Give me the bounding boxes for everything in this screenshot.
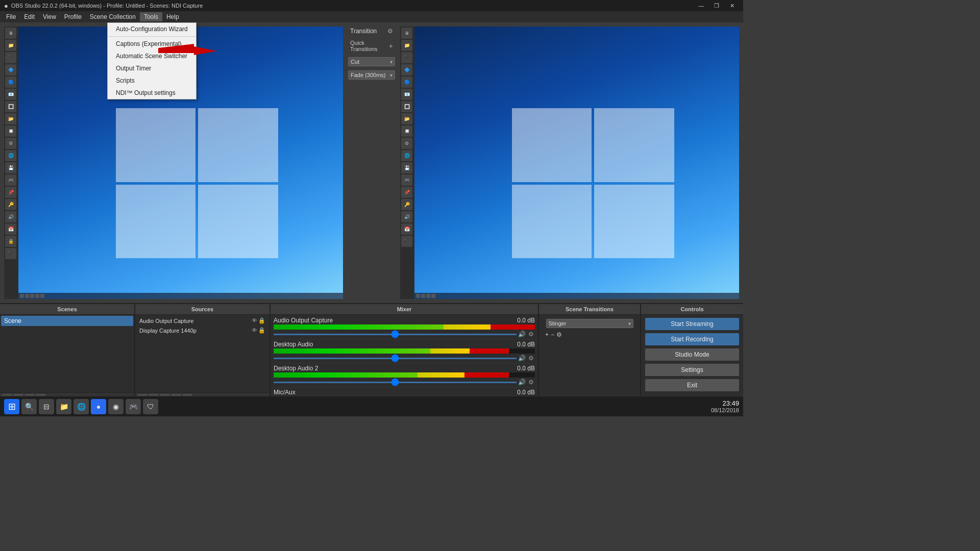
mixer-content: Audio Output Capture 0.0 dB: [271, 315, 538, 405]
mixer-ch0-bar: [274, 324, 535, 330]
minimize-button[interactable]: —: [694, 0, 708, 11]
win-explorer-button[interactable]: 📁: [56, 399, 71, 414]
mixer-ch2-mute-icon[interactable]: 🔊: [518, 378, 526, 386]
menu-scene-collection[interactable]: Scene Collection: [86, 12, 140, 21]
dropdown-auto-scene[interactable]: Automatic Scene Switcher: [108, 50, 196, 62]
mixer-ch0-header: Audio Output Capture 0.0 dB: [274, 317, 535, 324]
ri-4: 🔷: [401, 64, 412, 76]
ri-7: 🔳: [401, 101, 412, 112]
titlebar-controls: — ❐ ✕: [694, 0, 739, 11]
source-eye2-icon[interactable]: 👁: [252, 327, 257, 334]
scene-trans-add-button[interactable]: +: [545, 331, 549, 338]
li-19: ⬛: [5, 248, 16, 259]
menu-profile[interactable]: Profile: [60, 12, 86, 21]
win-icon5[interactable]: 🎮: [126, 399, 141, 414]
li-5: 🔵: [5, 77, 16, 88]
stinger-dropdown[interactable]: Stinger ▾: [546, 319, 633, 328]
mixer-ch3-name: Mic/Aux: [274, 389, 296, 396]
mixer-ch1-green: [274, 348, 430, 354]
controls-content: Start Streaming Start Recording Studio M…: [641, 315, 743, 405]
restore-button[interactable]: ❐: [709, 0, 724, 11]
r-tb-icon-3: [426, 294, 430, 298]
win-taskbar-clock[interactable]: 23:49 08/12/2018: [711, 399, 739, 413]
source-display-label: Display Capture 1440p: [139, 328, 197, 334]
win-icon4[interactable]: ◉: [108, 399, 124, 414]
tb-icon-1: [20, 294, 24, 298]
menu-tools[interactable]: Tools: [140, 12, 162, 21]
mixer-ch1-slider[interactable]: [274, 358, 517, 359]
source-item-display[interactable]: Display Capture 1440p 👁 🔒: [136, 325, 268, 335]
menu-view[interactable]: View: [39, 12, 60, 21]
mixer-ch1-gear-icon[interactable]: ⚙: [527, 354, 535, 362]
mixer-ch1-mute-icon[interactable]: 🔊: [518, 354, 526, 362]
studio-mode-button[interactable]: Studio Mode: [645, 348, 739, 361]
start-streaming-button[interactable]: Start Streaming: [645, 318, 739, 330]
transition-gear-button[interactable]: ⚙: [387, 28, 393, 35]
close-button[interactable]: ✕: [725, 0, 739, 11]
scene-item-scene[interactable]: Scene: [1, 316, 133, 326]
mixer-ch0-controls: 🔊 ⚙: [274, 330, 535, 338]
li-8: 📂: [5, 113, 16, 124]
menu-help[interactable]: Help: [162, 12, 183, 21]
win-search-button[interactable]: 🔍: [21, 399, 37, 414]
menu-file[interactable]: File: [2, 12, 20, 21]
source-lock-icon[interactable]: 🔒: [258, 317, 265, 324]
mixer-ch1-db: 0.0 dB: [517, 341, 535, 348]
mixer-ch0-slider[interactable]: [274, 334, 517, 335]
win-pane-tr: [198, 108, 278, 182]
transition-panel: Transition ⚙ Quick Transitions + Cut ▾ F…: [346, 24, 397, 301]
dropdown-scripts[interactable]: Scripts: [108, 74, 196, 87]
li-13: 🎮: [5, 174, 16, 186]
win-chrome-button[interactable]: 🌐: [74, 399, 89, 414]
mixer-ch2-bar: [274, 372, 535, 378]
right-desktop-view: [414, 27, 739, 299]
mixer-ch0-bar-fill: [274, 324, 535, 330]
source-lock2-icon[interactable]: 🔒: [258, 327, 265, 334]
menu-edit[interactable]: Edit: [20, 12, 39, 21]
mixer-channel-0: Audio Output Capture 0.0 dB: [272, 316, 537, 340]
source-display-icons: 👁 🔒: [252, 327, 265, 334]
controls-header: Controls: [641, 304, 743, 315]
tb-icon-2: [25, 294, 29, 298]
mixer-ch2-slider[interactable]: [274, 382, 517, 383]
dropdown-ndi-output[interactable]: NDI™ Output settings: [108, 87, 196, 99]
win-icon3[interactable]: ●: [91, 399, 106, 414]
win-taskview-button[interactable]: ⊟: [39, 399, 54, 414]
quick-transitions-add-button[interactable]: +: [389, 42, 393, 50]
win-pane-tl: [116, 108, 196, 182]
r-win-pane-br: [594, 185, 674, 258]
stinger-chevron-icon: ▾: [628, 321, 631, 327]
mixer-ch0-yellow: [444, 324, 491, 330]
li-11: 🌐: [5, 150, 16, 161]
dropdown-captions[interactable]: Captions (Experimental): [108, 38, 196, 50]
fade-dropdown[interactable]: Fade (300ms) ▾: [348, 70, 395, 80]
mixer-ch0-gear-icon[interactable]: ⚙: [527, 330, 535, 338]
win-icon6[interactable]: 🛡: [143, 399, 158, 414]
li-15: 🔑: [5, 199, 16, 210]
start-recording-button[interactable]: Start Recording: [645, 333, 739, 345]
mixer-ch1-red: [470, 348, 509, 354]
source-eye-icon[interactable]: 👁: [252, 317, 257, 324]
mixer-ch3-db: 0.0 dB: [517, 389, 535, 396]
win-start-button[interactable]: ⊞: [4, 399, 19, 414]
mixer-ch2-gear-icon[interactable]: ⚙: [527, 378, 535, 386]
stinger-label: Stinger: [549, 320, 567, 327]
mixer-ch0-mute-icon[interactable]: 🔊: [518, 330, 526, 338]
r-win-pane-tr: [594, 108, 674, 182]
dropdown-auto-config[interactable]: Auto-Configuration Wizard: [108, 23, 196, 35]
r-win-pane-bl: [512, 185, 592, 258]
dropdown-output-timer[interactable]: Output Timer: [108, 62, 196, 74]
ri-1: 🖥: [401, 28, 412, 39]
li-9: 🔲: [5, 126, 16, 137]
quick-transitions-label: Quick Transitions: [350, 40, 389, 52]
cut-chevron-icon: ▾: [390, 59, 393, 65]
mixer-ch2-controls: 🔊 ⚙: [274, 378, 535, 386]
scene-trans-remove-button[interactable]: −: [551, 331, 554, 338]
scene-trans-gear-button[interactable]: ⚙: [556, 331, 562, 338]
menubar: File Edit View Profile Scene Collection …: [0, 11, 743, 22]
cut-dropdown[interactable]: Cut ▾: [348, 57, 395, 66]
scene-transitions-header: Scene Transitions: [539, 304, 640, 315]
exit-button[interactable]: Exit: [645, 379, 739, 391]
source-item-audio[interactable]: Audio Output Capture 👁 🔒: [136, 316, 268, 325]
settings-button[interactable]: Settings: [645, 364, 739, 376]
